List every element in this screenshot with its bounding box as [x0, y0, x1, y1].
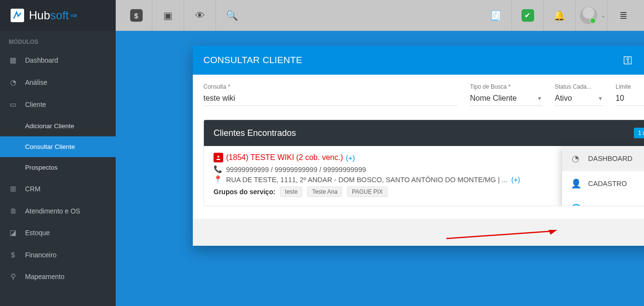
eye-icon: 👁 — [195, 10, 205, 21]
phone-icon: 📞 — [214, 165, 222, 173]
chevron-down-icon: ▼ — [537, 95, 542, 101]
sidebar-subitem-adicionar-cliente[interactable]: Adicionar Cliente — [0, 116, 116, 136]
topbar-notifications-button[interactable]: 🔔 — [544, 0, 576, 31]
sidebar-item-label: Mapeamento — [25, 273, 65, 280]
topbar-search-button[interactable]: 🔍 — [216, 0, 248, 31]
list-icon: ≣ — [619, 10, 628, 21]
sidebar-item-label: Análise — [25, 79, 47, 86]
client-context-menu: ◔ DASHBOARD 👤 CADASTRO 🌐 SERVIÇOS — [562, 146, 644, 206]
tipo-busca-value: Nome Cliente — [470, 94, 517, 103]
logo-bar[interactable]: Hubsoft⇒ — [0, 0, 116, 31]
result-phones: 99999999999 / 99999999999 / 99999999999 — [226, 166, 366, 173]
pie-icon: ◔ — [571, 153, 580, 164]
context-menu-label: DASHBOARD — [588, 155, 632, 162]
topbar-pdf-button[interactable]: 🧾 — [480, 0, 512, 31]
grid-icon: ▦ — [9, 56, 17, 65]
sidebar-subitem-prospectos[interactable]: Prospectos — [0, 157, 116, 178]
sidebar-item-dashboard[interactable]: ▦ Dashboard — [0, 49, 116, 71]
check-icon: ✔ — [522, 9, 534, 22]
consultar-cliente-dialog: CONSULTAR CLIENTE ⚿ ⛶ ✕ Consulta * teste… — [193, 46, 644, 246]
result-title-plus[interactable]: (+) — [346, 154, 355, 162]
globe-icon: 🌐 — [571, 203, 580, 206]
result-address-plus[interactable]: (+) — [511, 176, 520, 184]
status-value: Ativo — [555, 94, 572, 103]
consulta-value: teste wiki — [203, 94, 235, 103]
person-icon — [214, 153, 223, 162]
status-field[interactable]: Status Cada... Ativo▼ — [555, 83, 603, 106]
chevron-down-icon: ▼ — [598, 95, 603, 101]
sidebar-section-label: MÓDULOS — [0, 31, 116, 49]
groups-label: Grupos do serviço: — [214, 188, 275, 196]
group-chip[interactable]: teste — [280, 186, 302, 197]
tipo-busca-label: Tipo de Busca * — [470, 83, 542, 90]
results-count-badge: 1 resultado — [634, 128, 644, 138]
limite-label: Limite — [616, 83, 644, 90]
search-row: Consulta * teste wiki Tipo de Busca * No… — [203, 83, 644, 106]
result-address: RUA DE TESTE, 1111, 2º ANDAR - DOM BOSCO… — [226, 176, 508, 184]
svg-point-0 — [217, 156, 219, 158]
sidebar-item-estoque[interactable]: ◪ Estoque — [0, 222, 116, 244]
sidebar-item-label: CRM — [25, 185, 40, 193]
dialog-footer — [193, 219, 644, 246]
sidebar-subitem-label: Prospectos — [25, 164, 58, 171]
sidebar-subitem-consultar-cliente[interactable]: Consultar Cliente — [0, 136, 116, 157]
sidebar-item-analise[interactable]: ◔ Análise — [0, 71, 116, 93]
pdf-icon: 🧾 — [490, 10, 502, 21]
fullscreen-button[interactable]: ⛶ — [639, 55, 644, 66]
context-menu-label: CADASTRO — [588, 180, 627, 187]
brand-arrow-icon: ⇒ — [70, 10, 77, 21]
topbar-eye-button[interactable]: 👁 — [184, 0, 216, 31]
sidebar-item-financeiro[interactable]: $ Financeiro — [0, 244, 116, 266]
group-chip[interactable]: Teste Ana — [307, 186, 342, 197]
sidebar-item-label: Dashboard — [25, 56, 58, 64]
sidebar-item-label: Estoque — [25, 229, 50, 237]
dollar-icon: $ — [130, 9, 143, 22]
consulta-field[interactable]: Consulta * teste wiki — [203, 83, 457, 106]
key-icon-button[interactable]: ⚿ — [617, 55, 639, 66]
search-icon: 🔍 — [226, 10, 238, 21]
dialog-body: Consulta * teste wiki Tipo de Busca * No… — [193, 75, 644, 219]
sidebar-item-atendimento[interactable]: 🗎 Atendimento e OS — [0, 200, 116, 222]
box-icon: ◪ — [9, 228, 17, 237]
context-menu-dashboard[interactable]: ◔ DASHBOARD — [562, 146, 644, 171]
person-icon: 👤 — [571, 178, 580, 189]
tipo-busca-field[interactable]: Tipo de Busca * Nome Cliente▼ — [470, 83, 542, 106]
sidebar-item-label: Cliente — [25, 101, 46, 108]
results-header-label: Clientes Encontrados — [214, 128, 296, 138]
limite-value: 10 — [616, 94, 624, 103]
context-menu-label: SERVIÇOS — [588, 205, 624, 206]
sidebar-item-label: Atendimento e OS — [25, 207, 80, 215]
brand-name-b: soft — [50, 9, 69, 22]
sidebar-subitem-label: Consultar Cliente — [25, 143, 75, 150]
pie-icon: ◔ — [9, 78, 17, 87]
topbar-list-button[interactable]: ≣ — [607, 0, 639, 31]
crm-icon: ⊞ — [9, 185, 17, 193]
topbar: $ ▣ 👁 🔍 🧾 ✔ 🔔 ⌄ — [116, 0, 644, 31]
context-menu-cadastro[interactable]: 👤 CADASTRO — [562, 171, 644, 196]
result-body: (1854) TESTE WIKI (2 cob. venc.) (+) 📞 9… — [204, 146, 644, 206]
dialog-header: CONSULTAR CLIENTE ⚿ ⛶ ✕ — [193, 46, 644, 75]
avatar-icon — [580, 7, 597, 24]
sidebar-item-mapeamento[interactable]: ⚲ Mapeamento — [0, 266, 116, 288]
sidebar-item-label: Financeiro — [25, 251, 56, 259]
consulta-label: Consulta * — [203, 83, 457, 90]
sidebar-item-crm[interactable]: ⊞ CRM — [0, 178, 116, 200]
topbar-terminal-button[interactable]: ▣ — [152, 0, 184, 31]
pin-icon: 📍 — [214, 175, 222, 184]
topbar-dollar-button[interactable]: $ — [121, 0, 152, 31]
topbar-check-button[interactable]: ✔ — [512, 0, 544, 31]
bell-icon: 🔔 — [553, 10, 565, 21]
sidebar-item-cliente[interactable]: ▭ Cliente — [0, 93, 116, 116]
sidebar: Hubsoft⇒ MÓDULOS ▦ Dashboard ◔ Análise ▭… — [0, 0, 116, 306]
map-icon: ⚲ — [9, 272, 17, 281]
results-panel: Clientes Encontrados 1 resultado (1854) … — [203, 120, 644, 206]
topbar-avatar-button[interactable]: ⌄ — [576, 0, 607, 31]
card-icon: ▭ — [9, 100, 17, 109]
dollar-icon: $ — [9, 251, 17, 259]
result-title-text: (1854) TESTE WIKI (2 cob. venc.) — [226, 153, 343, 162]
limite-field[interactable]: Limite 10▼ — [616, 83, 644, 106]
context-menu-servicos[interactable]: 🌐 SERVIÇOS — [562, 196, 644, 206]
brand-name-a: Hub — [29, 9, 50, 22]
terminal-icon: ▣ — [163, 10, 173, 21]
group-chip[interactable]: PAGUE PIX — [347, 186, 388, 197]
